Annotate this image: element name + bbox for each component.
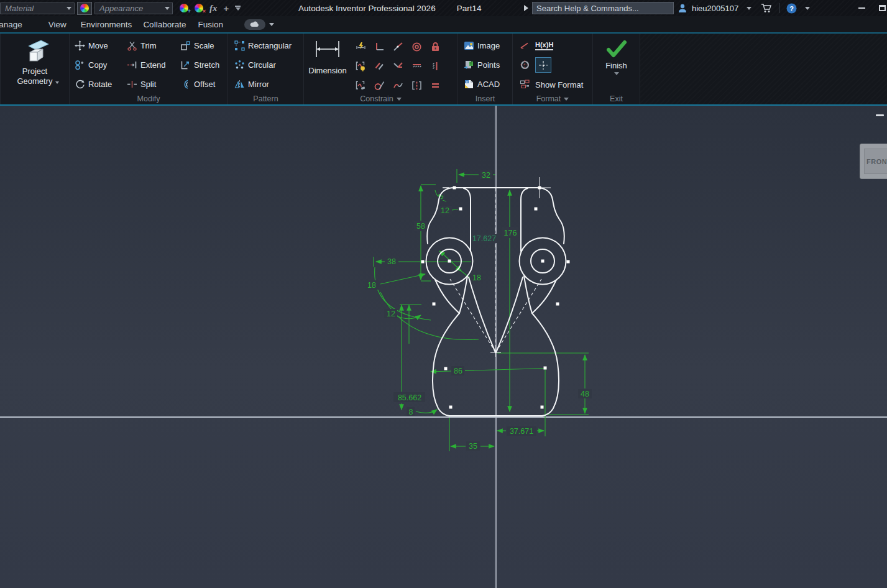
dim-left-height[interactable]: 58 (416, 222, 425, 231)
insert-panel-label[interactable]: Insert (458, 94, 512, 103)
dim-base-height48[interactable]: 48 (581, 390, 589, 398)
smooth-constraint-button[interactable] (390, 78, 406, 93)
add-quick-access-button[interactable]: + (221, 1, 232, 15)
perpendicular-constraint-icon (374, 42, 385, 52)
fusion-cloud-button[interactable] (244, 19, 265, 30)
equal-constraint-button[interactable] (427, 78, 443, 93)
driven-dimension-button[interactable]: H(x)H (535, 41, 592, 50)
parallel-constraint-button[interactable] (371, 59, 387, 74)
finish-sketch-button[interactable]: Finish (605, 36, 628, 75)
collinear-constraint-button[interactable] (390, 59, 406, 74)
parameters-button[interactable]: fx (206, 1, 221, 15)
modify-panel-label[interactable]: Modify (70, 94, 227, 103)
circular-pattern-button[interactable]: Circular (233, 55, 303, 75)
construction-toggle-button[interactable] (517, 39, 533, 53)
search-expand-icon[interactable] (524, 5, 528, 11)
dim-radius18[interactable]: 18 (367, 281, 376, 290)
concentric-constraint-button[interactable] (408, 40, 425, 55)
show-format-icon-wrap[interactable] (517, 77, 533, 92)
dim-offset35[interactable]: 35 (469, 442, 477, 451)
centerpoint-toggle-button[interactable] (535, 57, 551, 73)
delete-constraints-button[interactable] (352, 78, 369, 93)
rotate-button[interactable]: Rotate (73, 75, 126, 94)
dim-radius12-top[interactable]: 12 (441, 206, 449, 215)
user-menu-chevron-icon[interactable] (747, 7, 751, 10)
project-geometry-button[interactable]: Project Geometry (17, 36, 52, 86)
help-menu-chevron-icon[interactable] (805, 7, 810, 10)
sketch-canvas[interactable]: 32 3 12 58 176 17.627 38 18 18 12 86 48 … (0, 106, 887, 588)
dim-height85662[interactable]: 85.662 (398, 393, 421, 402)
viewcube-front-face[interactable]: FRONT (864, 149, 887, 174)
dim-radius12-low[interactable]: 12 (387, 310, 395, 318)
extend-icon (127, 60, 137, 70)
fix-constraint-button[interactable] (427, 40, 443, 55)
search-input[interactable] (532, 2, 674, 14)
dim-fillet8[interactable]: 8 (409, 408, 413, 416)
extend-button[interactable]: Extend (126, 55, 179, 75)
adjust-appearance-button[interactable]: + (177, 1, 191, 15)
finish-check-icon (605, 40, 628, 58)
material-dropdown[interactable]: Material (0, 2, 75, 14)
dim-base-width86[interactable]: 86 (454, 367, 462, 375)
tab-fusion[interactable]: Fusion (198, 17, 223, 32)
format-panel-label[interactable]: Format (513, 94, 592, 103)
rectangular-pattern-button[interactable]: Rectangular (233, 36, 303, 55)
trim-button[interactable]: Trim (126, 36, 179, 55)
copy-button[interactable]: Copy (73, 55, 126, 75)
appearance-label: Appearance (99, 4, 143, 13)
pattern-panel-label[interactable]: Pattern (228, 94, 303, 103)
auto-dimension-button[interactable] (352, 40, 369, 55)
clear-appearance-button[interactable]: × (191, 1, 206, 15)
rectangular-pattern-icon (234, 40, 245, 51)
dim-total-height[interactable]: 176 (504, 229, 517, 237)
dim-offset37671[interactable]: 37.671 (510, 427, 533, 436)
help-icon[interactable]: ? (786, 3, 797, 14)
tangent-constraint-button[interactable] (371, 78, 387, 93)
construction-line-icon (520, 40, 530, 51)
panel-format: H(x)H (513, 34, 593, 104)
customize-toolbar-button[interactable] (232, 1, 244, 15)
driven-dimension-icon: H(x)H (535, 41, 553, 50)
stretch-button[interactable]: Stretch (179, 55, 230, 75)
dim-dia18[interactable]: 18 (472, 273, 481, 282)
trim-icon (127, 40, 137, 51)
vertical-constraint-button[interactable] (427, 59, 443, 74)
tab-environments[interactable]: Environments (81, 17, 132, 32)
constrain-panel-label[interactable]: Constrain (304, 94, 457, 103)
viewcube[interactable]: FRONT (860, 144, 887, 179)
tab-view[interactable]: View (48, 17, 67, 32)
horizontal-constraint-button[interactable] (408, 59, 425, 74)
insert-image-button[interactable]: Image (462, 36, 512, 55)
split-button[interactable]: Split (126, 75, 179, 94)
ribbon-tabs: Manage View Environments Collaborate Fus… (0, 16, 887, 32)
dim-ref-17627[interactable]: 17.627 (472, 234, 496, 243)
insert-points-button[interactable]: Points (462, 55, 512, 75)
dim-offset38[interactable]: 38 (387, 257, 396, 266)
centerline-toggle-button[interactable] (517, 58, 533, 73)
panel-modify: Move Copy Rotate Tr (70, 34, 228, 104)
insert-acad-button[interactable]: ACAD (462, 75, 512, 94)
finish-label: Finish (605, 61, 627, 70)
window-minimize-icon[interactable] (858, 7, 865, 9)
tab-manage[interactable]: Manage (0, 17, 22, 32)
dim-top-width[interactable]: 32 (482, 171, 490, 180)
coincident-constraint-button[interactable] (390, 40, 406, 55)
dimension-label: Dimension (308, 66, 346, 75)
show-constraints-button[interactable] (352, 59, 369, 74)
cloud-menu-chevron-icon[interactable] (269, 23, 274, 26)
offset-button[interactable]: Offset (179, 75, 230, 94)
mirror-button[interactable]: Mirror (233, 75, 303, 94)
show-format-button[interactable]: Show Format (535, 79, 592, 90)
tab-collaborate[interactable]: Collaborate (143, 17, 186, 32)
material-swatch-button[interactable] (77, 2, 92, 15)
window-maximize-icon[interactable] (879, 5, 886, 11)
delete-constraints-icon (356, 80, 366, 91)
symmetric-constraint-button[interactable] (408, 78, 425, 93)
perpendicular-constraint-button[interactable] (371, 40, 387, 55)
document-minimize-icon[interactable] (876, 114, 884, 116)
appearance-dropdown[interactable]: Appearance (94, 2, 173, 14)
move-button[interactable]: Move (73, 36, 126, 55)
store-cart-icon[interactable] (761, 3, 772, 13)
scale-button[interactable]: Scale (179, 36, 230, 55)
plus-icon: + (224, 3, 229, 14)
